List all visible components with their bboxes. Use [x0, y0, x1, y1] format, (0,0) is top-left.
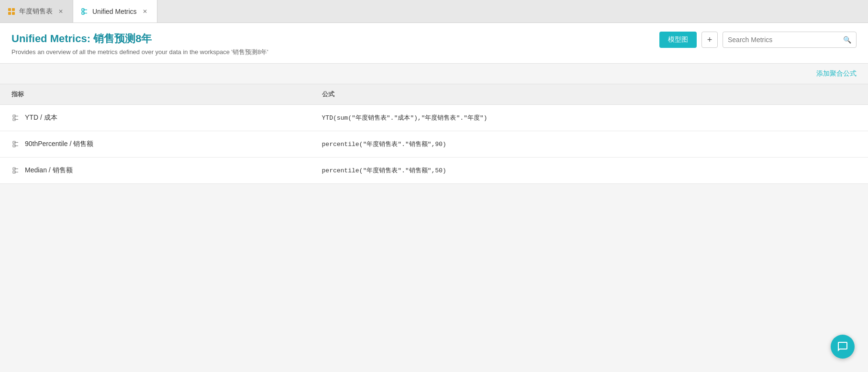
metric-name-cell: Median / 销售额 [0, 158, 311, 184]
page-header: Unified Metrics: 销售预测8年 Provides an over… [0, 23, 868, 64]
formula-text: percentile("年度销售表"."销售额",90) [322, 141, 446, 148]
metric-name-cell: 90thPercentile / 销售额 [0, 131, 311, 158]
metric-row-icon [11, 113, 20, 122]
search-box: 🔍 [723, 32, 857, 48]
metric-row-icon [11, 140, 20, 148]
chat-button[interactable] [831, 335, 855, 359]
metric-icon [81, 8, 89, 15]
metric-formula-cell: percentile("年度销售表"."销售额",50) [311, 158, 868, 184]
action-bar: 添加聚合公式 [0, 64, 868, 84]
table-row[interactable]: 90thPercentile / 销售额 percentile("年度销售表".… [0, 131, 868, 158]
page-subtitle: Provides an overview of all the metrics … [11, 48, 268, 56]
tab-close-button[interactable]: ✕ [56, 7, 65, 16]
page-title: Unified Metrics: 销售预测8年 [11, 32, 268, 46]
tab-unified-metrics[interactable]: Unified Metrics ✕ [73, 0, 157, 23]
model-view-button[interactable]: 模型图 [659, 32, 697, 48]
tab-label: Unified Metrics [92, 8, 137, 15]
formula-text: YTD(sum("年度销售表"."成本"),"年度销售表"."年度") [322, 114, 488, 122]
svg-rect-0 [8, 8, 11, 11]
metrics-table: 指标 公式 YTD / 成本 YTD(sum("年度销售表"."成本"),"年度… [0, 84, 868, 184]
header-right: 模型图 + 🔍 [659, 32, 857, 48]
formula-text: percentile("年度销售表"."销售额",50) [322, 167, 446, 174]
metric-row-icon [11, 166, 20, 175]
col-metric-header: 指标 [0, 84, 311, 105]
table-row[interactable]: Median / 销售额 percentile("年度销售表"."销售额",50… [0, 158, 868, 184]
search-input[interactable] [728, 36, 843, 44]
metric-formula-cell: YTD(sum("年度销售表"."成本"),"年度销售表"."年度") [311, 105, 868, 131]
metric-name-cell: YTD / 成本 [0, 105, 311, 131]
metric-formula-cell: percentile("年度销售表"."销售额",90) [311, 131, 868, 158]
col-formula-header: 公式 [311, 84, 868, 105]
content-area: 添加聚合公式 指标 公式 YTD / 成本 YTD(sum("年度销售表"."成… [0, 64, 868, 372]
add-button[interactable]: + [701, 32, 718, 48]
svg-rect-1 [12, 8, 15, 11]
grid-icon [8, 8, 15, 15]
tab-bar: 年度销售表 ✕ Unified Metrics ✕ [0, 0, 868, 23]
tab-close-button[interactable]: ✕ [141, 7, 149, 16]
metric-name: 90thPercentile / 销售额 [25, 140, 93, 148]
metric-name: Median / 销售额 [25, 166, 73, 175]
table-row[interactable]: YTD / 成本 YTD(sum("年度销售表"."成本"),"年度销售表"."… [0, 105, 868, 131]
tab-nianduxiaoshoubiao[interactable]: 年度销售表 ✕ [0, 0, 73, 23]
svg-rect-2 [8, 12, 11, 15]
tab-label: 年度销售表 [19, 7, 53, 16]
table-header-row: 指标 公式 [0, 84, 868, 105]
header-left: Unified Metrics: 销售预测8年 Provides an over… [11, 32, 268, 56]
svg-rect-3 [12, 12, 15, 15]
metric-name: YTD / 成本 [25, 113, 57, 122]
search-icon: 🔍 [843, 36, 851, 44]
add-formula-link[interactable]: 添加聚合公式 [816, 69, 857, 78]
